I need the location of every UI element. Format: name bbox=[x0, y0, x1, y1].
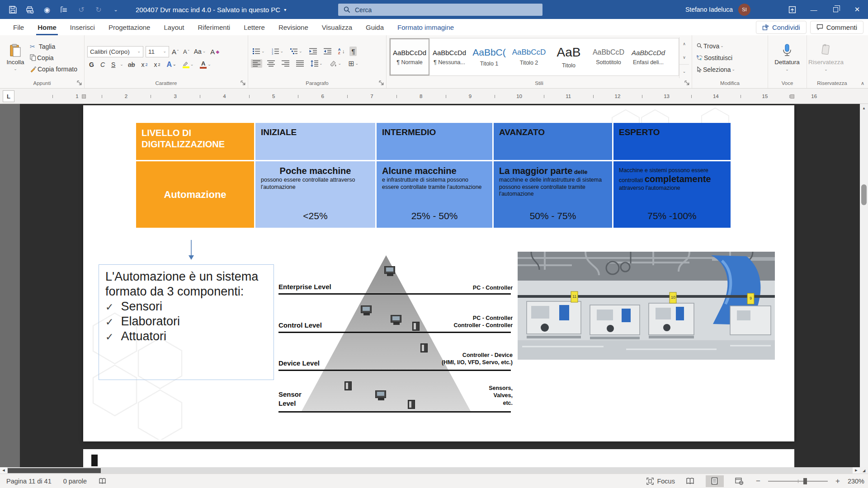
ribbon-tab[interactable]: File bbox=[6, 19, 31, 35]
horizontal-scrollbar[interactable]: ◀ ▶ ◢ bbox=[0, 467, 868, 474]
ribbon-tab[interactable]: Home bbox=[31, 19, 63, 35]
customize-qat-icon[interactable]: ⌄ bbox=[110, 4, 121, 15]
vertical-scrollbar[interactable]: ▲ bbox=[860, 104, 868, 467]
search-input[interactable] bbox=[355, 6, 527, 14]
text-effects-button[interactable]: A⌄ bbox=[165, 60, 178, 70]
zoom-slider[interactable] bbox=[768, 481, 828, 482]
italic-button[interactable]: C bbox=[99, 60, 107, 69]
underline-button[interactable]: S bbox=[109, 60, 117, 69]
automation-pyramid-diagram[interactable]: Enterprise Level Control Level Device Le… bbox=[277, 254, 513, 420]
align-left-button[interactable] bbox=[251, 59, 262, 68]
chevron-down-icon[interactable]: ⌄ bbox=[120, 63, 123, 66]
show-formatting-button[interactable]: ¶ bbox=[349, 47, 357, 56]
outline-view-icon[interactable] bbox=[59, 4, 70, 15]
redo-icon[interactable]: ↻ bbox=[93, 4, 104, 15]
avatar[interactable]: SI bbox=[738, 4, 750, 16]
ribbon-tab[interactable]: Formato immagine bbox=[391, 19, 461, 35]
save-icon[interactable] bbox=[7, 4, 18, 15]
vertical-scroll-thumb[interactable] bbox=[861, 184, 867, 205]
shading-button[interactable]: ⌄ bbox=[328, 59, 344, 68]
grow-font-button[interactable]: Aˆ bbox=[170, 47, 180, 56]
subscript-button[interactable]: x2 bbox=[139, 60, 149, 69]
digitalization-table[interactable]: LIVELLO DI DIGITALIZZAZIONE INIZIALE INT… bbox=[136, 123, 725, 228]
decrease-indent-button[interactable] bbox=[307, 47, 319, 56]
next-page-top[interactable] bbox=[83, 449, 794, 467]
read-mode-button[interactable] bbox=[681, 475, 699, 487]
down-arrow[interactable] bbox=[187, 240, 195, 261]
style-item[interactable]: AaBbCcD Titolo 2 bbox=[509, 38, 549, 75]
font-color-button[interactable]: A ⌄ bbox=[198, 60, 213, 70]
zoom-out-button[interactable]: − bbox=[755, 477, 762, 486]
style-item[interactable]: AaBbCcDd ¶ Nessuna... bbox=[429, 38, 469, 75]
sort-button[interactable]: AZ↓ bbox=[336, 47, 347, 56]
ribbon-tab[interactable]: Lettere bbox=[237, 19, 272, 35]
ribbon-tab[interactable]: Inserisci bbox=[63, 19, 102, 35]
record-icon[interactable]: ◉ bbox=[42, 4, 52, 15]
clear-formatting-button[interactable]: A◆ bbox=[208, 47, 221, 56]
document-title[interactable]: 200407 Dvr macc ind 4.0 - Salvato in que… bbox=[136, 0, 286, 19]
right-indent-marker[interactable] bbox=[790, 94, 794, 99]
dialog-launcher-icon[interactable] bbox=[379, 80, 384, 86]
increase-indent-button[interactable] bbox=[322, 47, 333, 56]
highlight-color-button[interactable]: ⌄ bbox=[181, 60, 196, 69]
align-center-button[interactable] bbox=[265, 59, 277, 68]
borders-button[interactable]: ⊞⌄ bbox=[346, 58, 360, 69]
restore-button[interactable] bbox=[825, 0, 846, 19]
comments-button[interactable]: Commenti bbox=[810, 21, 863, 34]
style-item[interactable]: AaBbC( Titolo 1 bbox=[469, 38, 509, 75]
find-button[interactable]: Trova⌄ bbox=[695, 42, 737, 51]
print-layout-button[interactable] bbox=[706, 475, 724, 487]
zoom-level[interactable]: 230% bbox=[848, 478, 864, 485]
replace-button[interactable]: bc Sostituisci bbox=[695, 53, 737, 62]
ribbon-tab[interactable]: Revisione bbox=[272, 19, 315, 35]
style-item[interactable]: AaBbCcDd Enfasi deli... bbox=[628, 38, 668, 75]
strikethrough-button[interactable]: ab bbox=[126, 60, 137, 69]
word-count[interactable]: 0 parole bbox=[63, 478, 87, 485]
style-item[interactable]: AaB Titolo bbox=[549, 38, 589, 75]
font-family-combo[interactable]: Calibri (Corpo)⌄ bbox=[87, 46, 143, 57]
ribbon-tab[interactable]: Guida bbox=[359, 19, 391, 35]
copy-button[interactable]: Copia bbox=[28, 53, 79, 62]
dialog-launcher-icon[interactable] bbox=[684, 80, 690, 86]
style-item[interactable]: AaBbCcD Sottotitolo bbox=[589, 38, 628, 75]
numbering-button[interactable]: 123⌄ bbox=[270, 47, 286, 56]
automation-note-box[interactable]: L'Automazione è un sistema formato da 3 … bbox=[99, 264, 274, 380]
print-preview-icon[interactable] bbox=[24, 4, 35, 15]
format-painter-button[interactable]: Copia formato bbox=[28, 65, 79, 74]
styles-scroll-up-icon[interactable]: ∧ bbox=[679, 37, 689, 51]
paste-button[interactable]: Incolla ⌄ bbox=[3, 37, 28, 78]
ribbon-display-options-icon[interactable] bbox=[781, 0, 803, 19]
align-right-button[interactable] bbox=[280, 59, 291, 68]
ribbon-tab[interactable]: Layout bbox=[157, 19, 191, 35]
search-box[interactable] bbox=[338, 4, 542, 16]
style-item[interactable]: AaBbCcDd ¶ Normale bbox=[390, 38, 429, 75]
bullets-button[interactable]: ⌄ bbox=[251, 47, 267, 56]
shrink-font-button[interactable]: Aˇ bbox=[181, 47, 191, 56]
undo-icon[interactable]: ↺ bbox=[76, 4, 87, 15]
bold-button[interactable]: G bbox=[87, 60, 96, 69]
factory-photo[interactable]: 11109 bbox=[518, 252, 775, 360]
styles-more-icon[interactable]: ⌄ bbox=[679, 64, 689, 78]
superscript-button[interactable]: x2 bbox=[152, 60, 162, 69]
dictate-button[interactable]: Dettatura ⌄ bbox=[771, 37, 803, 78]
ribbon-tab[interactable]: Riferimenti bbox=[191, 19, 237, 35]
web-layout-button[interactable] bbox=[730, 475, 748, 487]
font-size-combo[interactable]: 11⌄ bbox=[146, 46, 169, 57]
focus-mode-button[interactable]: Focus bbox=[646, 478, 675, 485]
left-indent-marker[interactable] bbox=[82, 94, 86, 99]
share-button[interactable]: Condividi bbox=[756, 21, 807, 34]
scroll-left-icon[interactable]: ◀ bbox=[0, 467, 7, 474]
account-area[interactable]: Stefano Iadeluca SI bbox=[685, 0, 750, 19]
select-button[interactable]: Seleziona⌄ bbox=[695, 65, 737, 74]
zoom-slider-thumb[interactable] bbox=[803, 478, 807, 484]
document-page[interactable]: LIVELLO DI DIGITALIZZAZIONE INIZIALE INT… bbox=[83, 105, 794, 441]
multilevel-list-button[interactable]: ⌄ bbox=[288, 47, 304, 56]
scroll-up-icon[interactable]: ▲ bbox=[860, 104, 868, 112]
styles-scroll-down-icon[interactable]: ∨ bbox=[679, 51, 689, 64]
cut-button[interactable]: ✂ Taglia bbox=[28, 42, 79, 51]
justify-button[interactable] bbox=[294, 59, 306, 68]
page-indicator[interactable]: Pagina 11 di 41 bbox=[6, 478, 52, 485]
horizontal-scroll-thumb[interactable] bbox=[8, 468, 101, 473]
dialog-launcher-icon[interactable] bbox=[241, 80, 246, 86]
ribbon-tab[interactable]: Visualizza bbox=[315, 19, 359, 35]
